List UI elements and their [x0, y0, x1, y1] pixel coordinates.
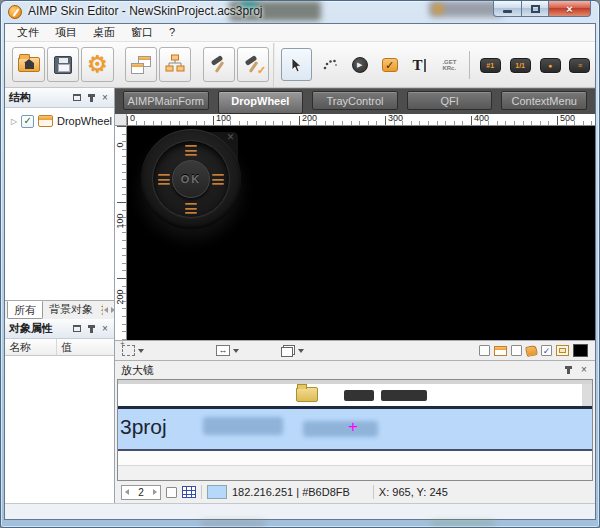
panel-close-button[interactable]: × [579, 366, 589, 375]
minimize-button[interactable] [493, 1, 522, 17]
panel-close-button[interactable]: × [100, 324, 110, 333]
display-element-button-1[interactable]: #1 [478, 52, 502, 78]
checkbox-tool-button[interactable]: ✓ [378, 52, 402, 78]
spinner-down-icon[interactable] [125, 489, 129, 495]
display-element-button-2[interactable]: 1/1 [508, 52, 532, 78]
rotate-tool-button[interactable] [318, 52, 342, 78]
maximize-button[interactable] [522, 1, 549, 17]
horizontal-ruler-row: 0 100 200 300 400 500 [115, 114, 595, 126]
tab-background-objects[interactable]: 背景对象 [43, 301, 99, 319]
settings-button[interactable]: ⚙ [81, 47, 113, 82]
design-canvas[interactable]: OK × [127, 126, 595, 340]
tab-traycontrol[interactable]: TrayControl [312, 91, 398, 110]
panel-float-button[interactable] [72, 324, 82, 333]
script-tool-button[interactable]: .GET KRc. [437, 52, 461, 78]
display-element-button-4[interactable]: ≡ [568, 52, 592, 78]
menu-file[interactable]: 文件 [9, 24, 47, 41]
hierarchy-button[interactable] [159, 47, 191, 82]
menu-window[interactable]: 窗口 [123, 24, 161, 41]
text-tool-icon: T [412, 57, 426, 74]
wheel-marker-right[interactable] [212, 174, 224, 185]
grid-checkbox[interactable] [166, 487, 177, 498]
titlebar[interactable]: AIMP Skin Editor - NewSkinProject.acs3pr… [1, 1, 599, 23]
tab-dropwheel[interactable]: DropWheel [218, 91, 304, 114]
tab-all[interactable]: 所有 [7, 301, 43, 319]
forms-icon [131, 56, 151, 74]
menu-desktop[interactable]: 桌面 [85, 24, 123, 41]
hammer-check-icon: ✓ [243, 55, 263, 75]
build-run-button[interactable]: ✓ [237, 47, 269, 82]
toolbar: ⚙ ✓ [5, 42, 595, 88]
wheel-ok-button[interactable]: OK [172, 160, 210, 198]
option-checkbox-2[interactable] [511, 345, 522, 356]
menu-help[interactable]: ? [161, 24, 183, 41]
ruler-label: 500 [560, 114, 575, 123]
magnified-text-fragment [344, 390, 374, 401]
column-value[interactable]: 值 [57, 339, 76, 355]
windows-button[interactable] [125, 47, 157, 82]
option-checkbox-1[interactable] [479, 345, 490, 356]
form-icon [38, 115, 53, 127]
wheel-marker-down[interactable] [185, 203, 197, 214]
select-tool-button[interactable] [281, 48, 312, 81]
preview-tool-button[interactable]: ▶ [348, 52, 372, 78]
display-element-button-3[interactable]: ● [538, 52, 562, 78]
ruler-label: 300 [388, 114, 403, 123]
canvas-toolstrip: ↔ ✓ [115, 340, 595, 360]
selection-mode-split-button[interactable] [122, 345, 144, 356]
dropdown-caret-icon[interactable] [233, 349, 239, 353]
selection-rect-icon [122, 345, 135, 356]
tree-item-label: DropWheel [57, 115, 112, 127]
frame-icon [556, 345, 569, 356]
wheel-close-icon[interactable]: × [227, 130, 234, 144]
text-tool-button[interactable]: T [408, 52, 432, 78]
structure-panel-title: 结构 [9, 90, 68, 105]
build-button[interactable] [203, 47, 235, 82]
magnified-menu-row [118, 384, 592, 406]
size-mode-split-button[interactable]: ↔ [216, 345, 239, 356]
panel-pin-button[interactable] [563, 366, 573, 375]
panel-pin-button[interactable] [86, 324, 96, 333]
panel-float-button[interactable] [72, 93, 82, 102]
ruler-label: 200 [302, 114, 317, 123]
tab-scroll-left-icon[interactable] [104, 307, 108, 313]
dropdown-caret-icon[interactable] [138, 349, 144, 353]
grid-icon[interactable] [182, 486, 196, 498]
gear-icon: ⚙ [87, 53, 108, 76]
zoom-level-spinner[interactable]: 2 [121, 485, 161, 500]
pin-icon [90, 325, 93, 333]
save-project-button[interactable] [47, 47, 79, 82]
dropwheel-widget[interactable]: OK × [141, 129, 241, 229]
expander-icon[interactable]: ▷ [11, 117, 17, 126]
panel-pin-button[interactable] [86, 93, 96, 102]
tab-qfi[interactable]: QFI [407, 91, 493, 110]
tab-scroll-right-icon[interactable] [111, 307, 114, 313]
menu-project[interactable]: 项目 [47, 24, 85, 41]
background-color-swatch[interactable] [573, 344, 588, 357]
left-panel: 结构 × ▷ ✓ DropWheel 所有 背景对象 控 [5, 88, 115, 503]
column-name[interactable]: 名称 [5, 339, 57, 355]
picked-color-text: 182.216.251 | #B6D8FB [232, 486, 350, 498]
skin-window-tabs: AIMPMainForm DropWheel TrayControl QFI C… [115, 88, 595, 114]
dropdown-caret-icon[interactable] [298, 349, 304, 353]
window-title: AIMP Skin Editor - NewSkinProject.acs3pr… [28, 4, 263, 18]
option-checkbox-3[interactable]: ✓ [541, 345, 552, 356]
toolbar-separator [469, 51, 470, 79]
magnifier-panel: 放大镜 × 3proj [115, 360, 595, 503]
tree-item-checkbox[interactable]: ✓ [21, 115, 34, 128]
layers-split-button[interactable] [281, 345, 304, 357]
spinner-up-icon[interactable] [153, 489, 157, 495]
wheel-marker-left[interactable] [158, 174, 170, 185]
tab-contextmenu[interactable]: ContextMenu [501, 91, 587, 110]
display-icon-4: ≡ [569, 58, 590, 73]
close-icon: × [102, 93, 108, 103]
cursor-icon [288, 57, 304, 73]
close-button[interactable]: × [549, 1, 591, 17]
tab-aimpmainform[interactable]: AIMPMainForm [123, 91, 209, 110]
view-options-group: ✓ [479, 344, 588, 357]
panel-close-button[interactable]: × [100, 93, 110, 102]
open-project-button[interactable] [12, 47, 44, 82]
tree-item-dropwheel[interactable]: ▷ ✓ DropWheel [7, 112, 112, 130]
tab-controls-truncated[interactable]: 控 [99, 301, 103, 319]
wheel-marker-up[interactable] [185, 145, 197, 156]
